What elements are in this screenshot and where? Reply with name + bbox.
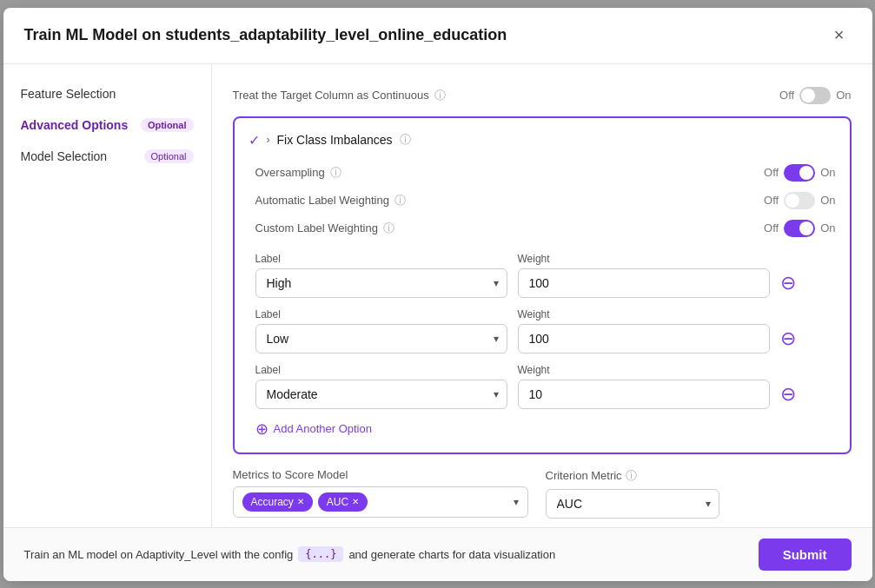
remove-row-button-1[interactable]: ⊖ — [780, 327, 796, 353]
tag-accuracy-remove[interactable]: ✕ — [297, 497, 304, 506]
optional-badge-advanced: Optional — [141, 118, 194, 132]
label-weight-row-2: Label High Low Moderate ▾ — [255, 364, 836, 409]
metrics-row: Metrics to Score Model Accuracy ✕ AUC ✕ — [233, 468, 852, 519]
submit-button[interactable]: Submit — [759, 538, 852, 571]
modal: Train ML Model on students_adaptability_… — [3, 8, 872, 581]
label-field-group-2: Label High Low Moderate ▾ — [255, 364, 507, 409]
weight-input-1[interactable] — [518, 324, 770, 353]
modal-title: Train ML Model on students_adaptability_… — [24, 26, 507, 44]
target-continuous-setting: Treat the Target Column as Continuous ⓘ … — [233, 78, 852, 113]
sidebar: Feature Selection Advanced Options Optio… — [3, 64, 212, 527]
fix-class-info-icon[interactable]: ⓘ — [400, 132, 411, 148]
metrics-section: Metrics to Score Model Accuracy ✕ AUC ✕ — [233, 468, 852, 519]
remove-row-button-2[interactable]: ⊖ — [780, 383, 796, 409]
metrics-to-score-col: Metrics to Score Model Accuracy ✕ AUC ✕ — [233, 468, 528, 518]
weight-input-2[interactable] — [518, 380, 770, 409]
label-select-0[interactable]: High Low Moderate — [255, 268, 507, 298]
oversampling-toggle[interactable] — [784, 164, 815, 182]
footer-code-badge: {...} — [298, 546, 343, 562]
tags-field-chevron: ▾ — [514, 496, 519, 508]
chevron-icon: › — [267, 134, 270, 146]
tag-auc-remove[interactable]: ✕ — [352, 497, 359, 506]
fix-class-imbalances-header: ✓ › Fix Class Imbalances ⓘ — [249, 132, 836, 149]
sidebar-item-feature-selection[interactable]: Feature Selection — [3, 78, 211, 109]
auto-label-toggle[interactable] — [784, 192, 815, 209]
label-select-1[interactable]: High Low Moderate — [255, 324, 507, 353]
target-continuous-toggle-group: Off On — [779, 87, 851, 104]
sidebar-item-advanced-options[interactable]: Advanced Options Optional — [3, 109, 211, 141]
label-select-wrapper-2: High Low Moderate ▾ — [255, 380, 507, 409]
weight-field-group-0: Weight — [518, 253, 770, 298]
add-circle-icon: ⊕ — [255, 420, 268, 439]
auto-label-weighting-setting: Automatic Label Weighting ⓘ Off On — [249, 187, 836, 215]
oversampling-toggle-group: Off On — [764, 164, 835, 182]
label-select-wrapper-0: High Low Moderate ▾ — [255, 268, 507, 298]
custom-label-info-icon[interactable]: ⓘ — [383, 221, 394, 236]
weight-input-0[interactable] — [518, 268, 770, 298]
sidebar-item-model-selection[interactable]: Model Selection Optional — [3, 141, 211, 172]
modal-footer: Train an ML model on Adaptivity_Level wi… — [3, 527, 872, 581]
main-content: Treat the Target Column as Continuous ⓘ … — [212, 64, 872, 527]
criterion-metric-label: Criterion Metric ⓘ — [546, 468, 719, 484]
criterion-info-icon[interactable]: ⓘ — [626, 468, 637, 484]
target-continuous-info-icon[interactable]: ⓘ — [434, 88, 446, 103]
label-weight-row-0: Label High Low Moderate ▾ — [255, 253, 836, 298]
metrics-to-score-label: Metrics to Score Model — [233, 468, 528, 481]
modal-body: Feature Selection Advanced Options Optio… — [3, 64, 872, 527]
close-button[interactable]: × — [827, 23, 852, 48]
label-select-wrapper-1: High Low Moderate ▾ — [255, 324, 507, 353]
remove-row-button-0[interactable]: ⊖ — [780, 272, 796, 298]
auto-label-info-icon[interactable]: ⓘ — [394, 193, 406, 208]
label-field-group-0: Label High Low Moderate ▾ — [255, 253, 507, 298]
target-continuous-toggle[interactable] — [799, 87, 831, 104]
add-option-button[interactable]: ⊕ Add Another Option — [255, 420, 372, 439]
criterion-select[interactable]: AUC Accuracy — [546, 489, 719, 519]
oversampling-setting: Oversampling ⓘ Off On — [249, 159, 836, 187]
optional-badge-model: Optional — [144, 149, 194, 163]
modal-header: Train ML Model on students_adaptability_… — [3, 8, 872, 64]
metrics-tags-field[interactable]: Accuracy ✕ AUC ✕ ▾ — [233, 486, 528, 518]
auto-label-toggle-group: Off On — [764, 192, 835, 209]
tag-auc: AUC ✕ — [318, 492, 368, 512]
check-icon: ✓ — [249, 132, 260, 149]
weight-field-group-2: Weight — [518, 364, 770, 409]
criterion-metric-col: Criterion Metric ⓘ AUC Accuracy ▾ — [546, 468, 719, 519]
label-weight-row-1: Label High Low Moderate ▾ — [255, 308, 836, 353]
criterion-wrapper: AUC Accuracy ▾ — [546, 489, 719, 519]
custom-label-weighting-setting: Custom Label Weighting ⓘ Off On — [249, 215, 836, 242]
custom-label-toggle[interactable] — [784, 220, 815, 237]
label-field-group-1: Label High Low Moderate ▾ — [255, 308, 507, 353]
oversampling-info-icon[interactable]: ⓘ — [330, 165, 341, 181]
fix-class-imbalances-box: ✓ › Fix Class Imbalances ⓘ Oversampling … — [233, 116, 852, 454]
weight-field-group-1: Weight — [518, 308, 770, 353]
footer-text: Train an ML model on Adaptivity_Level wi… — [24, 546, 556, 562]
target-continuous-label: Treat the Target Column as Continuous ⓘ — [233, 88, 446, 103]
tag-accuracy: Accuracy ✕ — [242, 492, 313, 512]
custom-label-toggle-group: Off On — [764, 220, 835, 237]
label-select-2[interactable]: High Low Moderate — [255, 380, 507, 409]
